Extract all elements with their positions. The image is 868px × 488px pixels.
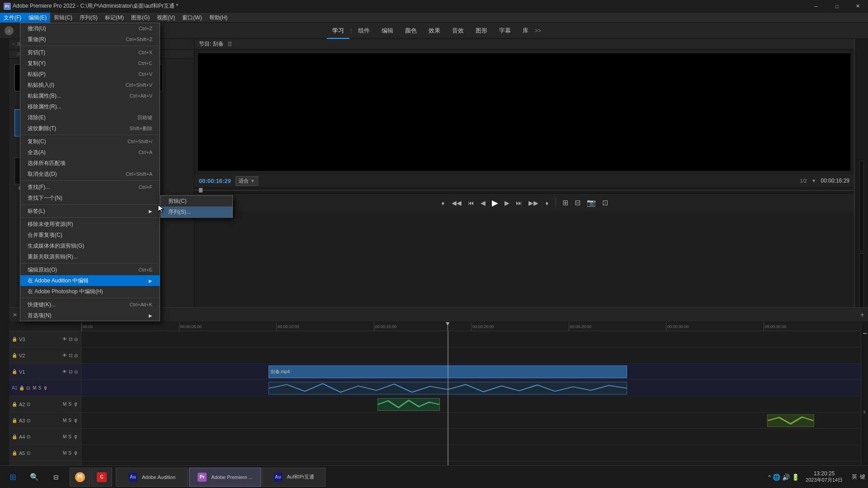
dd-paste-attrs[interactable]: 粘贴属性(B)...Ctrl+Alt+V	[20, 90, 160, 101]
track-a2-content[interactable]	[81, 396, 861, 413]
ctrl-prev-edit[interactable]: ⏮	[466, 198, 476, 207]
dd-redo[interactable]: 重做(R)Ctrl+Shift+Z	[20, 34, 160, 45]
dd-clear[interactable]: 清除(E)回格键	[20, 112, 160, 123]
track-v2-solo[interactable]: ◎	[74, 353, 78, 358]
track-v3-content[interactable]	[81, 331, 861, 347]
tray-battery[interactable]: 🔋	[792, 474, 799, 481]
dd-select-all[interactable]: 全选(A)Ctrl+A	[20, 147, 160, 158]
ctrl-step-forward[interactable]: ▶	[503, 198, 511, 207]
tab-audio[interactable]: 音效	[447, 23, 469, 39]
menu-clip[interactable]: 剪辑(C)	[50, 13, 76, 23]
timeline-ruler[interactable]: 00:00 00:00:05:00 00:00:10:00 00:00:15:0…	[81, 322, 861, 331]
dd-paste-insert[interactable]: 粘贴插入(I)Ctrl+Shift+V	[20, 80, 160, 90]
track-a5-mic[interactable]: 🎙	[73, 450, 78, 456]
track-a5-solo[interactable]: S	[68, 450, 71, 455]
track-v3-solo[interactable]: ◎	[74, 337, 78, 342]
tray-network[interactable]: 🌐	[773, 474, 780, 481]
ctrl-step-forward-frame[interactable]: ▶▶	[527, 198, 540, 207]
dd-merge-dupes[interactable]: 合并重复项(C)	[20, 230, 160, 240]
menu-view[interactable]: 视图(V)	[153, 13, 179, 23]
audio-clip-a1[interactable]	[269, 382, 627, 394]
menu-graphics[interactable]: 图形(G)	[127, 13, 153, 23]
tab-color[interactable]: 颜色	[400, 23, 422, 39]
tab-learn[interactable]: 学习	[327, 23, 349, 39]
dd-preferences[interactable]: 首选项(N)▶	[20, 310, 160, 321]
track-a2-lock[interactable]: 🔒	[12, 402, 17, 407]
preview-scrubber[interactable]	[194, 187, 854, 193]
track-a2-sync[interactable]: ⊡	[27, 402, 30, 407]
ctrl-step-back[interactable]: ◀	[479, 198, 487, 207]
menu-file[interactable]: 文件(F)	[0, 13, 25, 23]
track-a3-content[interactable]	[81, 413, 861, 429]
dd-labels[interactable]: 标签(L)▶	[20, 206, 160, 216]
preview-menu-icon[interactable]: ☰	[227, 41, 232, 47]
dd-deselect[interactable]: 取消全选(D)Ctrl+Shift+A	[20, 169, 160, 179]
track-v2-lock[interactable]: 🔒	[12, 353, 17, 358]
track-a4-mic[interactable]: 🎙	[73, 434, 78, 440]
track-v1-content[interactable]: 刮备.mp4	[81, 364, 861, 380]
dd-shortcuts[interactable]: 快捷键(K)...Ctrl+Alt+K	[20, 299, 160, 310]
dd-select-match[interactable]: 选择所有匹配项	[20, 158, 160, 169]
track-a3-solo[interactable]: S	[68, 418, 71, 423]
ctrl-play[interactable]: ▶	[490, 197, 500, 209]
track-a4-lock[interactable]: 🔒	[12, 434, 17, 439]
search-button[interactable]: 🔍	[24, 468, 44, 487]
home-button[interactable]: ⌂	[5, 26, 14, 35]
menu-help[interactable]: 帮助(H)	[206, 13, 231, 23]
tab-effects[interactable]: 效果	[423, 23, 446, 39]
menu-sequence[interactable]: 序列(S)	[76, 13, 101, 23]
dd-undo[interactable]: 撤消(U)Ctrl+Z	[20, 23, 160, 34]
dd-edit-original[interactable]: 编辑原始(O)Ctrl+E	[20, 264, 160, 275]
dd-cut[interactable]: 剪切(T)Ctrl+X	[20, 47, 160, 58]
taskbar-premiere[interactable]: Pr Adobe Premiere ...	[189, 468, 261, 487]
dd-remove-unused[interactable]: 移除未使用资源(R)	[20, 219, 160, 230]
track-a4-mute[interactable]: M	[63, 434, 66, 439]
audio-clip-a3[interactable]	[767, 414, 814, 427]
taskbar-audition[interactable]: Au Adobe Audition	[116, 468, 188, 487]
taskbar-app1[interactable]: C	[91, 468, 112, 487]
track-a4-sync[interactable]: ⊡	[27, 434, 30, 439]
track-v3-lock[interactable]: 🔒	[12, 337, 17, 342]
close-button[interactable]: ✕	[847, 0, 868, 13]
dd-gen-source[interactable]: 生成媒体体的源剪辑(G)	[20, 240, 160, 251]
tray-clock[interactable]: 13:20:25 2023年07月14日	[806, 470, 843, 483]
track-a5-sync[interactable]: ⊡	[27, 450, 30, 455]
track-v2-eye[interactable]: 👁	[62, 353, 67, 358]
track-a3-lock[interactable]: 🔒	[12, 418, 17, 423]
track-v1-sync[interactable]: ⊡	[69, 369, 72, 374]
track-a2-solo[interactable]: S	[68, 402, 71, 407]
minimize-button[interactable]: ─	[806, 0, 826, 13]
tracks-area[interactable]: 00:00 00:00:05:00 00:00:10:00 00:00:15:0…	[81, 322, 861, 488]
track-v3-sync[interactable]: ⊡	[69, 337, 72, 342]
tray-ime[interactable]: 键	[860, 473, 865, 481]
track-a3-mic[interactable]: 🎙	[73, 418, 78, 423]
ctrl-next-edit[interactable]: ⏭	[514, 198, 524, 207]
ctrl-step-back-frame[interactable]: ◀◀	[450, 198, 463, 207]
track-a3-mute[interactable]: M	[63, 418, 66, 423]
preview-timecode[interactable]: 00:00:16:29	[199, 178, 231, 184]
track-v2-sync[interactable]: ⊡	[69, 353, 72, 358]
more-tabs-button[interactable]: >>	[535, 23, 541, 39]
ctrl-insert[interactable]: ⊞	[561, 197, 570, 208]
track-a2-mic[interactable]: 🎙	[73, 402, 78, 407]
ctrl-overwrite[interactable]: ⊟	[573, 197, 582, 208]
dd-find[interactable]: 查找(F)...Ctrl+F	[20, 182, 160, 192]
tab-library[interactable]: 库	[517, 23, 534, 39]
dd-remove-attrs[interactable]: 移除属性(R)...	[20, 101, 160, 112]
track-a1-mic[interactable]: 🎙	[43, 385, 48, 391]
track-v1-solo[interactable]: ◎	[74, 369, 78, 374]
tray-expand[interactable]: ^	[768, 474, 771, 480]
sub-sequence[interactable]: 序列(S)...	[161, 206, 232, 217]
ctrl-mark-in[interactable]: ⬧	[439, 198, 447, 208]
track-a5-mute[interactable]: M	[63, 450, 66, 455]
track-a1-sync[interactable]: ⊡	[26, 385, 30, 390]
track-a2-mute[interactable]: M	[63, 402, 66, 407]
scrubber-handle[interactable]	[199, 188, 203, 192]
timeline-add[interactable]: +	[860, 311, 864, 319]
start-button[interactable]: ⊞	[3, 468, 23, 487]
dd-paste[interactable]: 粘贴(P)Ctrl+V	[20, 69, 160, 80]
dd-ripple-delete[interactable]: 波纹删除(T)Shift+删除	[20, 123, 160, 134]
dd-edit-audition[interactable]: 在 Adobe Audition 中编辑 ▶	[20, 275, 160, 286]
track-a3-sync[interactable]: ⊡	[27, 418, 30, 423]
video-clip-1[interactable]: 刮备.mp4	[269, 366, 627, 378]
